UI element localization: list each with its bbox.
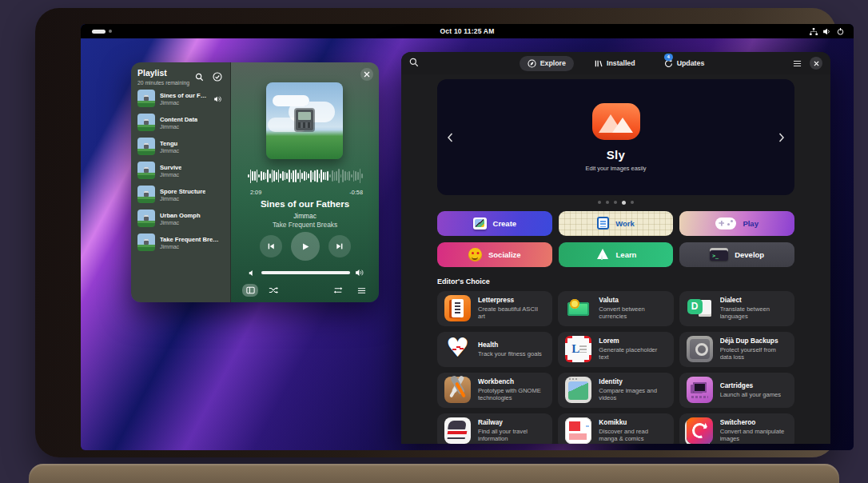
featured-app-tagline: Edit your images easily xyxy=(586,165,647,172)
category-label: Work xyxy=(615,219,635,228)
identity-icon xyxy=(565,377,591,403)
letterpress-icon xyxy=(444,295,471,321)
track-artist: Jimmac xyxy=(160,196,205,202)
search-button[interactable] xyxy=(409,56,419,70)
app-tile-railway[interactable]: Railway Find all your travel information xyxy=(437,413,552,445)
track-row[interactable]: Urban Oomph Jimmac xyxy=(137,208,224,230)
create-icon xyxy=(473,218,487,230)
menu-button[interactable] xyxy=(353,284,369,297)
track-row[interactable]: Tengu Jimmac xyxy=(137,136,224,158)
category-label: Learn xyxy=(616,250,637,259)
volume-slider[interactable] xyxy=(261,271,350,274)
app-tile-valuta[interactable]: Valuta Convert between currencies xyxy=(558,291,673,326)
software-window: Explore Installed 4 Updates xyxy=(401,52,830,444)
play-icon xyxy=(300,242,310,252)
play-button[interactable] xyxy=(291,232,320,261)
category-create[interactable]: Create xyxy=(437,211,552,236)
category-socialize[interactable]: Socialize xyxy=(437,242,552,267)
lorem-icon xyxy=(565,336,591,362)
app-description: Track your fitness goals xyxy=(478,350,542,357)
top-bar: Oct 10 11:25 AM xyxy=(81,24,854,38)
close-button[interactable] xyxy=(810,57,822,70)
category-work[interactable]: Work xyxy=(559,211,674,236)
now-playing-icon xyxy=(214,91,224,106)
app-description: Convert between currencies xyxy=(599,305,666,321)
app-tile-letterpress[interactable]: Letterpress Create beautiful ASCII art xyxy=(437,291,552,326)
app-tile-workbench[interactable]: Workbench Prototype with GNOME technolog… xyxy=(437,373,552,408)
album-thumbnail xyxy=(137,90,155,107)
app-name: Health xyxy=(478,341,542,349)
app-tile-komikku[interactable]: Komikku Discover and read manga & comics xyxy=(558,413,673,445)
updates-icon xyxy=(664,59,673,68)
app-name: Dialect xyxy=(720,296,787,304)
app-tile-identity[interactable]: Identity Compare images and videos xyxy=(558,373,673,408)
tab-explore[interactable]: Explore xyxy=(520,56,574,71)
laptop-lid: Oct 10 11:25 AM Playlist 20 minutes rema… xyxy=(35,8,836,457)
app-tile-lorem[interactable]: Lorem Generate placeholder text xyxy=(558,332,673,367)
sly-app-icon xyxy=(592,103,640,140)
laptop-base xyxy=(29,464,839,483)
next-button[interactable] xyxy=(328,235,351,257)
shuffle-button[interactable] xyxy=(265,284,281,297)
track-title: Tengu xyxy=(160,140,179,147)
app-name: Workbench xyxy=(478,377,545,385)
previous-icon xyxy=(266,242,276,251)
clock[interactable]: Oct 10 11:25 AM xyxy=(81,27,854,35)
track-title: Urban Oomph xyxy=(160,212,201,219)
app-description: Create beautiful ASCII art xyxy=(478,305,545,321)
search-button[interactable] xyxy=(193,70,205,83)
carousel-dots[interactable] xyxy=(437,201,794,205)
paper-plane-icon xyxy=(595,248,610,261)
waveform[interactable] xyxy=(248,166,362,186)
chevron-left-icon xyxy=(447,133,453,142)
album-thumbnail xyxy=(137,186,155,203)
track-row[interactable]: Spore Structure Jimmac xyxy=(137,184,224,206)
app-tile-switcheroo[interactable]: Switcheroo Convert and manipulate images xyxy=(679,413,794,445)
repeat-button[interactable] xyxy=(330,284,346,297)
app-name: Letterpress xyxy=(478,296,545,304)
now-playing-artist: Jimmac xyxy=(231,212,379,220)
installed-icon xyxy=(595,59,603,68)
app-tile-cartridges[interactable]: Cartridges Launch all your games xyxy=(679,373,794,408)
app-tile-dialect[interactable]: Dialect Translate between languages xyxy=(679,291,794,326)
track-row[interactable]: Take Frequent Bre… Jimmac xyxy=(137,232,224,253)
track-row[interactable]: Survive Jimmac xyxy=(137,160,224,182)
selection-mode-button[interactable] xyxy=(211,70,224,83)
app-name: Lorem xyxy=(599,337,666,345)
shuffle-icon xyxy=(269,286,278,294)
category-play[interactable]: Play xyxy=(679,211,794,236)
app-description: Generate placeholder text xyxy=(599,346,666,361)
tab-updates[interactable]: 4 Updates xyxy=(656,56,713,71)
featured-app-name: Sly xyxy=(607,148,625,162)
app-tile-dejadup[interactable]: Déjà Dup Backups Protect yourself from d… xyxy=(679,332,794,367)
close-icon xyxy=(364,71,370,78)
work-icon xyxy=(597,217,609,230)
playlist-toggle-button[interactable] xyxy=(242,284,258,297)
playlist-title: Playlist xyxy=(137,69,189,78)
compass-icon xyxy=(528,59,536,68)
track-artist: Jimmac xyxy=(160,220,201,226)
category-grid: Create Work Play Socialize xyxy=(437,211,794,267)
carousel-previous-button[interactable] xyxy=(439,79,461,195)
playlist-remaining: 20 minutes remaining xyxy=(137,80,189,86)
previous-button[interactable] xyxy=(260,235,282,257)
track-artist: Jimmac xyxy=(160,172,181,178)
primary-menu-button[interactable] xyxy=(793,56,802,70)
dialect-icon xyxy=(687,295,713,321)
software-headerbar: Explore Installed 4 Updates xyxy=(401,52,830,74)
search-icon xyxy=(409,58,419,67)
album-thumbnail xyxy=(137,234,155,251)
carousel-next-button[interactable] xyxy=(770,79,793,195)
repeat-icon xyxy=(333,286,343,294)
album-thumbnail xyxy=(137,210,155,227)
category-develop[interactable]: Develop xyxy=(679,242,794,267)
smiley-icon xyxy=(468,248,482,261)
category-learn[interactable]: Learn xyxy=(559,242,674,267)
app-description: Translate between languages xyxy=(720,305,787,321)
track-row[interactable]: Sines of our Fathers Jimmac xyxy=(137,88,224,110)
close-button[interactable] xyxy=(360,68,373,81)
track-row[interactable]: Content Data Jimmac xyxy=(137,112,224,134)
app-tile-health[interactable]: Health Track your fitness goals xyxy=(437,332,552,367)
tab-installed[interactable]: Installed xyxy=(587,56,643,71)
featured-app-banner[interactable]: Sly Edit your images easily xyxy=(437,79,794,195)
